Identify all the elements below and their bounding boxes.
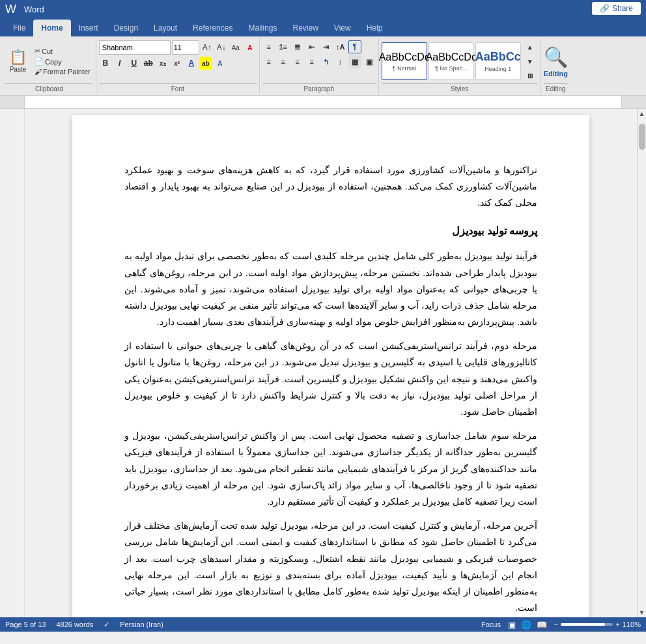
tab-file[interactable]: File [5,20,33,36]
left-margin-panel [0,109,25,617]
vertical-scrollbar[interactable]: ▲ ▼ [637,109,646,617]
word-icon: W [5,3,16,16]
superscript-button[interactable]: x² [171,57,184,70]
italic-button[interactable]: I [113,57,126,70]
ribbon-group-paragraph: ≡ 1≡ ≣ ⇤ ⇥ ↕A ¶ ≡ ≡ ≡ ≡ ↰ ↕ ▦ ▣ Paragrap… [260,38,379,94]
align-right-button[interactable]: ≡ [291,55,304,68]
decrease-font-button[interactable]: A↓ [215,41,228,54]
rtl-button[interactable]: ↰ [320,55,333,68]
justify-button[interactable]: ≡ [305,55,318,68]
line-spacing-button[interactable]: ↕ [334,55,347,68]
tab-view[interactable]: View [326,20,359,36]
paragraph-label: Paragraph [262,83,376,92]
ruler: // ruler ticks drawn via CSS background [25,96,621,108]
styles-gallery: AaBbCcDc ¶ Normal AaBbCcDc ¶ No Spac... … [382,42,521,80]
font-name-input[interactable] [99,40,171,55]
clipboard-sub-buttons: ✂ Cut 📄 Copy 🖌 Format Painter [32,46,93,76]
style-heading1[interactable]: AaBbCc Heading 1 [475,42,521,80]
tab-design[interactable]: Design [106,20,146,36]
app-title: Word [24,5,44,14]
scroll-track [639,119,645,608]
tab-mailings[interactable]: Mailings [240,20,285,36]
zoom-level: 110% [623,621,641,628]
format-painter-button[interactable]: 🖌 Format Painter [32,67,93,76]
subscript-button[interactable]: x₂ [156,57,169,70]
font-label: Font [99,83,257,92]
scroll-up-arrow[interactable]: ▲ [638,109,646,119]
print-layout-button[interactable]: ▣ [506,619,518,630]
numbering-button[interactable]: 1≡ [277,40,290,53]
tab-home[interactable]: Home [33,20,70,36]
style-no-spacing[interactable]: AaBbCcDc ¶ No Spac... [428,42,474,80]
tab-layout[interactable]: Layout [146,20,185,36]
cut-button[interactable]: ✂ Cut [32,46,93,56]
share-icon: 🔗 [600,4,610,13]
clipboard-content: 📋 Paste ✂ Cut 📄 Copy 🖌 Format Painter [5,39,93,83]
section-heading: پروسه تولید بیودیزل [124,222,537,241]
styles-label: Styles [382,83,538,92]
multilevel-list-button[interactable]: ≣ [291,40,304,53]
web-view-button[interactable]: 🌐 [519,619,533,630]
editing-content: 🔍 Editing [544,39,568,83]
ruler-side-right [621,96,646,108]
text-color-button[interactable]: A [244,41,257,54]
paste-button[interactable]: 📋 Paste [5,42,31,81]
zoom-track[interactable] [561,623,613,626]
styles-scroll-down[interactable]: ▼ [524,55,537,68]
decrease-indent-button[interactable]: ⇤ [305,40,318,53]
share-button[interactable]: 🔗 Share [592,2,641,15]
bold-button[interactable]: B [99,57,112,70]
ruler-marks: // ruler ticks drawn via CSS background [25,96,621,108]
tab-insert[interactable]: Insert [71,20,106,36]
word-count: 4826 words [56,621,93,628]
highlight-button[interactable]: ab [199,57,212,70]
tab-help[interactable]: Help [359,20,391,36]
doc-scroll-area: تراکتورها و ماشین‌آلات کشاورزی مورد استف… [25,109,637,617]
paragraph-row1: ≡ 1≡ ≣ ⇤ ⇥ ↕A ¶ [262,40,361,53]
align-center-button[interactable]: ≡ [277,55,290,68]
ribbon-group-editing: 🔍 Editing Editing [541,38,570,94]
strikethrough-button[interactable]: ab [142,57,155,70]
clear-format-button[interactable]: Aa [229,41,242,54]
shading-button[interactable]: ▦ [348,55,361,68]
paragraph-row2: ≡ ≡ ≡ ≡ ↰ ↕ ▦ ▣ [262,55,376,68]
text-effect-button[interactable]: A [214,57,227,70]
focus-button[interactable]: Focus [481,621,501,628]
tab-review[interactable]: Review [285,20,326,36]
styles-scroll-up[interactable]: ▲ [524,40,537,53]
paragraph-2: فرآیند تولید بیودیزل به‌طور کلی شامل چند… [124,248,537,330]
underline-button[interactable]: U [128,57,141,70]
show-marks-button[interactable]: ¶ [348,40,361,53]
status-bar: Page 5 of 13 4826 words ✓ Persian (Iran)… [0,617,646,632]
scroll-thumb[interactable] [639,124,645,150]
tab-references[interactable]: References [185,20,240,36]
language-indicator[interactable]: Persian (Iran) [120,621,163,628]
ribbon: 📋 Paste ✂ Cut 📄 Copy 🖌 Format Painter Cl… [0,36,646,96]
zoom-in-button[interactable]: + [615,621,619,628]
bullets-button[interactable]: ≡ [262,40,275,53]
increase-indent-button[interactable]: ⇥ [320,40,333,53]
sort-button[interactable]: ↕A [334,40,347,53]
copy-button[interactable]: 📄 Copy [32,57,93,66]
font-size-input[interactable] [172,40,199,55]
borders-button[interactable]: ▣ [363,55,376,68]
style-normal[interactable]: AaBbCcDc ¶ Normal [382,42,427,80]
paragraph-content: ≡ 1≡ ≣ ⇤ ⇥ ↕A ¶ ≡ ≡ ≡ ≡ ↰ ↕ ▦ ▣ [262,39,376,83]
document-page: تراکتورها و ماشین‌آلات کشاورزی مورد استف… [72,115,589,617]
paste-icon: 📋 [9,50,27,64]
font-color-a-button[interactable]: A [185,57,198,70]
page-info: Page 5 of 13 [5,621,46,628]
align-left-button[interactable]: ≡ [262,55,275,68]
font-format-row: B I U ab x₂ x² A ab A [99,57,227,70]
zoom-fill [561,623,605,626]
read-mode-button[interactable]: 📖 [535,619,549,630]
editing-label: Editing [544,70,568,77]
styles-content: AaBbCcDc ¶ Normal AaBbCcDc ¶ No Spac... … [382,39,538,83]
zoom-out-button[interactable]: − [554,621,558,628]
styles-more[interactable]: ⊞ [524,69,537,82]
ribbon-group-styles: AaBbCcDc ¶ Normal AaBbCcDc ¶ No Spac... … [379,38,541,94]
styles-scroll: ▲ ▼ ⊞ [522,40,538,82]
scroll-down-arrow[interactable]: ▼ [638,608,646,617]
doc-check-icon: ✓ [104,621,109,629]
increase-font-button[interactable]: A↑ [201,41,214,54]
